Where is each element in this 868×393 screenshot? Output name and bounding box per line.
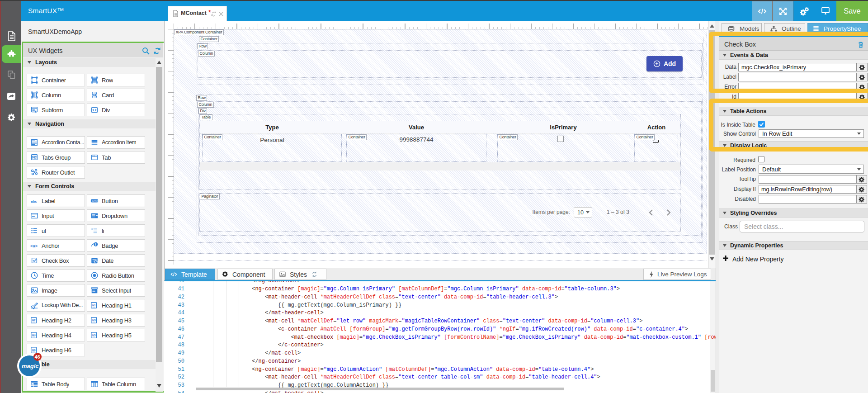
svg-text:BUTTON: BUTTON [92,200,99,202]
svg-text:8: 8 [95,243,97,246]
svg-text:abc: abc [31,199,37,204]
svg-text:46: 46 [35,354,40,360]
svg-text:H4: H4 [32,334,36,336]
svg-text:H5: H5 [92,334,96,336]
svg-text:H3: H3 [92,319,96,322]
svg-text:H1: H1 [92,304,96,307]
svg-text:<a>: <a> [30,244,38,249]
svg-text:H2: H2 [32,319,36,322]
svg-text:magic: magic [22,363,39,369]
